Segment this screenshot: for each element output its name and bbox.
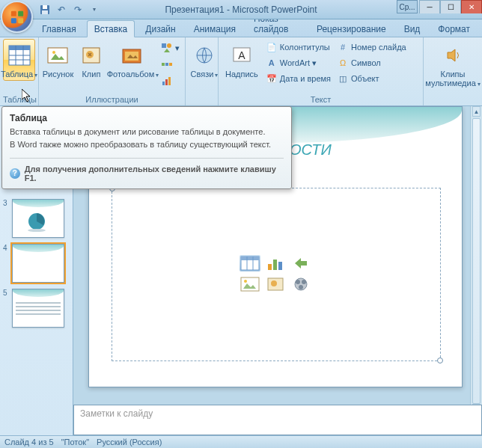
group-illustrations-label: Иллюстрации (42, 94, 182, 105)
svg-rect-2 (18, 10, 23, 16)
picture-icon (45, 43, 70, 68)
datetime-icon: 📅 (266, 73, 278, 85)
ph-media-icon[interactable] (290, 276, 311, 292)
symbol-button[interactable]: ΩСимвол (335, 55, 409, 70)
tab-design[interactable]: Дизайн (138, 20, 183, 37)
scroll-up-icon[interactable]: ▲ (472, 106, 481, 117)
album-icon (120, 43, 145, 68)
svg-point-0 (8, 8, 25, 25)
textbox-icon: A (229, 43, 254, 68)
chart-button[interactable] (159, 73, 182, 88)
headerfooter-icon: 📄 (266, 41, 278, 53)
svg-point-16 (52, 51, 55, 54)
svg-rect-44 (278, 262, 282, 270)
qat-dropdown-icon[interactable]: ▾ (87, 2, 102, 17)
office-button[interactable] (1, 1, 33, 33)
tab-home[interactable]: Главная (34, 20, 84, 37)
smartart-button[interactable] (159, 57, 182, 72)
smartart-icon (161, 58, 173, 70)
shapes-button[interactable]: ▾ (159, 40, 182, 55)
media-button[interactable]: Клипы мультимедиа (427, 39, 479, 90)
speaker-icon (440, 43, 466, 68)
textbox-button[interactable]: A Надпись (222, 39, 262, 81)
status-slide: Слайд 4 из 5 (4, 438, 54, 447)
svg-point-23 (167, 43, 171, 48)
thumbnail-4[interactable] (12, 244, 64, 283)
svg-rect-22 (162, 43, 166, 48)
notes-pane[interactable]: Заметки к слайду (73, 405, 482, 435)
wordart-icon: A (266, 57, 278, 69)
slide-title-fragment: ОСТИ (290, 141, 332, 159)
group-text-label: Текст (222, 94, 420, 105)
group-tables-label: Таблицы (3, 94, 35, 105)
link-icon (192, 43, 217, 68)
svg-point-50 (271, 280, 277, 286)
wordart-button[interactable]: AWordArt ▾ (263, 55, 333, 70)
svg-rect-3 (10, 18, 16, 23)
content-placeholder[interactable] (112, 188, 441, 361)
help-icon: ? (10, 168, 20, 179)
ph-clipart-icon[interactable] (265, 276, 286, 292)
svg-rect-46 (241, 277, 259, 291)
svg-rect-29 (165, 79, 168, 85)
svg-rect-43 (273, 260, 277, 270)
insert-table-button[interactable]: Таблица (3, 39, 35, 81)
svg-marker-45 (295, 258, 307, 269)
table-icon (7, 43, 32, 68)
svg-marker-24 (164, 49, 170, 52)
thumbnail-5[interactable] (12, 289, 64, 328)
svg-point-48 (244, 280, 247, 283)
svg-rect-25 (162, 63, 165, 66)
maximize-button[interactable]: ☐ (440, 0, 461, 13)
svg-marker-34 (448, 49, 455, 61)
qat-redo-icon[interactable]: ↷ (70, 2, 85, 17)
status-lang: Русский (Россия) (97, 438, 162, 447)
svg-rect-42 (268, 264, 272, 270)
close-button[interactable]: ✕ (461, 0, 482, 13)
tab-review[interactable]: Рецензирование (309, 20, 394, 37)
svg-point-53 (302, 280, 306, 284)
headerfooter-button[interactable]: 📄Колонтитулы (263, 40, 333, 55)
links-button[interactable]: Связи (189, 39, 220, 81)
svg-rect-27 (169, 63, 172, 66)
datetime-button[interactable]: 📅Дата и время (263, 71, 333, 86)
svg-rect-1 (10, 10, 16, 16)
compat-combo[interactable]: Ср... (397, 0, 418, 13)
status-theme: "Поток" (61, 438, 89, 447)
ph-smartart-icon[interactable] (290, 255, 311, 271)
ph-table-icon[interactable] (240, 255, 260, 271)
qat-save-icon[interactable] (37, 2, 52, 17)
svg-rect-28 (162, 82, 165, 85)
svg-rect-39 (241, 257, 259, 260)
svg-rect-30 (168, 77, 171, 85)
svg-point-52 (296, 280, 300, 284)
insert-album-button[interactable]: Фотоальбом (109, 39, 157, 81)
insert-picture-button[interactable]: Рисунок (42, 39, 74, 81)
symbol-icon: Ω (337, 57, 349, 69)
slidenum-icon: # (337, 41, 349, 53)
tab-format[interactable]: Формат (430, 20, 478, 37)
shapes-icon (161, 42, 173, 54)
tab-insert[interactable]: Вставка (87, 20, 135, 37)
object-button[interactable]: ◫Объект (335, 71, 409, 86)
scroll-thumb[interactable] (472, 118, 481, 404)
minimize-button[interactable]: ─ (419, 0, 440, 13)
svg-rect-9 (9, 46, 30, 50)
svg-text:A: A (238, 49, 245, 61)
tab-view[interactable]: Вид (397, 20, 428, 37)
ph-picture-icon[interactable] (240, 276, 260, 292)
slidenum-button[interactable]: #Номер слайда (335, 40, 409, 55)
svg-rect-7 (42, 10, 48, 14)
ph-chart-icon[interactable] (265, 255, 286, 271)
qat-undo-icon[interactable]: ↶ (54, 2, 69, 17)
vertical-scrollbar[interactable]: ▲ ▼ ⏶ ⏷ (470, 106, 482, 435)
tab-animation[interactable]: Анимация (186, 20, 243, 37)
object-icon: ◫ (337, 73, 349, 85)
tooltip-line2: В Word также можно преобразовать в табли… (10, 139, 284, 150)
svg-rect-6 (43, 5, 47, 9)
insert-clip-button[interactable]: Клип (76, 39, 107, 81)
tooltip-title: Таблица (10, 113, 284, 123)
svg-rect-26 (165, 63, 168, 66)
thumbnail-3[interactable] (12, 199, 64, 238)
table-tooltip: Таблица Вставка таблицы в документ или р… (1, 106, 292, 189)
